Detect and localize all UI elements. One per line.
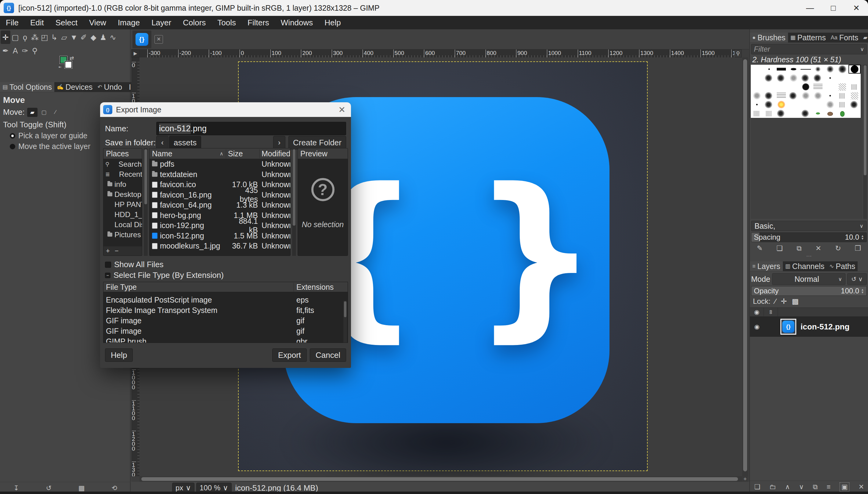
create-folder-button[interactable]: Create Folder (289, 136, 346, 149)
remove-place-button[interactable]: − (115, 247, 119, 255)
file-type-scrollbar[interactable] (343, 301, 347, 343)
dock-tab[interactable]: ▤ Tool Options (0, 82, 54, 92)
brush-thumbnail[interactable] (775, 74, 787, 82)
brush-thumbnail[interactable] (800, 109, 812, 118)
brush-thumbnail[interactable] (787, 65, 800, 74)
file-type-row[interactable]: GIMP brush gbr (103, 336, 348, 343)
menu-item[interactable]: Colors (177, 16, 212, 29)
brush-thumbnail[interactable] (848, 65, 861, 74)
brush-thumbnail[interactable] (787, 74, 800, 82)
file-row[interactable]: icon-192.png 884.1 kB Unknown (150, 221, 290, 231)
brush-thumbnail[interactable] (812, 100, 824, 109)
brush-thumbnail[interactable] (787, 82, 800, 91)
layers-footer-button[interactable]: ▣ (840, 482, 850, 492)
default-colors-icon[interactable]: ▪▫ (59, 65, 61, 69)
file-row[interactable]: favicon_64.png 1.3 kB Unknown (150, 200, 290, 210)
layers-footer-button[interactable]: 🗀 (769, 483, 776, 491)
tool-button[interactable]: ↳ (50, 31, 59, 44)
brush-thumbnail[interactable] (848, 91, 861, 100)
brush-thumbnail[interactable] (812, 91, 824, 100)
dock-tab[interactable]: ✍ Devices (54, 82, 95, 92)
cancel-button[interactable]: Cancel (310, 348, 346, 362)
tool-options-footer-button[interactable]: ↺ (46, 484, 51, 492)
dock-tab[interactable]: ▦ Patterns (788, 33, 828, 42)
spacing-slider[interactable]: Spacing 10.0 ▲▼ (751, 232, 867, 242)
brush-thumbnail[interactable] (751, 100, 763, 109)
layer-visibility-icon[interactable]: ◉ (754, 323, 760, 330)
brush-thumbnail[interactable] (787, 91, 800, 100)
place-item[interactable]: Desktop (103, 189, 142, 200)
vertical-scrollbar[interactable] (742, 57, 748, 476)
dock-tab[interactable]: ● Brushes (750, 33, 788, 42)
tool-button[interactable]: ✒ (1, 44, 11, 57)
brush-tag-select[interactable]: Basic, ∨ (751, 221, 867, 231)
brush-action-button[interactable]: ↻ (835, 244, 841, 252)
file-row[interactable]: icon-512.png 1.5 MB Unknown (150, 231, 290, 241)
menu-item[interactable]: Help (319, 16, 347, 29)
places-header[interactable]: Places (103, 148, 142, 159)
brush-filter-input[interactable]: Filter ∨ (751, 44, 867, 54)
file-type-row[interactable]: Flexible Image Transport System fit,fits (103, 305, 348, 316)
brush-thumbnail[interactable] (775, 91, 787, 100)
tool-button[interactable]: ⚲ (30, 44, 40, 57)
breadcrumb-assets-button[interactable]: assets (169, 136, 201, 149)
place-item[interactable]: HDD_1_Z... (103, 209, 142, 220)
tool-button[interactable]: ▢ (11, 31, 20, 44)
place-item[interactable]: ≣ Recently ... (103, 169, 142, 179)
lock-toggle-icon[interactable]: ∕ (775, 297, 776, 306)
brush-thumbnail[interactable] (800, 100, 812, 109)
brush-thumbnail[interactable] (812, 82, 824, 91)
brush-thumbnail[interactable] (800, 91, 812, 100)
background-color-swatch[interactable] (65, 61, 72, 69)
image-tab[interactable]: {} (133, 31, 151, 48)
menu-item[interactable]: Filters (242, 16, 275, 29)
brush-thumbnail[interactable] (751, 74, 763, 82)
tool-options-footer-button[interactable]: ↧ (14, 484, 19, 492)
spinner-arrows[interactable]: ▲▼ (861, 288, 864, 294)
blend-mode-dropdown[interactable]: Normal ∨ (772, 273, 845, 285)
brush-thumbnail[interactable] (812, 65, 824, 74)
menu-item[interactable]: Windows (275, 16, 319, 29)
brush-thumbnail[interactable] (775, 82, 787, 91)
tool-button[interactable]: ◰ (40, 31, 50, 44)
dialog-close-icon[interactable]: ✕ (338, 105, 346, 115)
brush-thumbnail[interactable] (824, 109, 836, 118)
canvas-navigation-button[interactable]: ✛ (742, 476, 748, 482)
menu-item[interactable]: File (0, 16, 24, 29)
tool-button[interactable]: ϙ (20, 31, 30, 44)
breadcrumb-forward-button[interactable]: › (273, 136, 285, 149)
dock-splitter-handle[interactable]: ··· (750, 254, 868, 258)
brush-thumbnail[interactable] (787, 109, 800, 118)
brush-thumbnail[interactable] (763, 100, 775, 109)
layers-footer-button[interactable]: ❏ (754, 483, 761, 491)
checkbox-icon[interactable] (105, 262, 111, 268)
menu-item[interactable]: Image (112, 16, 145, 29)
file-row[interactable]: moodlekurs_1.jpg 36.7 kB Unknown (150, 241, 290, 251)
add-place-button[interactable]: + (106, 247, 110, 255)
help-button[interactable]: Help (105, 348, 133, 362)
places-scrollbar[interactable] (144, 148, 148, 256)
file-row[interactable]: textdateien Unknown (150, 169, 290, 180)
menu-item[interactable]: Edit (24, 16, 50, 29)
brush-thumbnail[interactable] (836, 100, 848, 109)
brush-thumbnail[interactable] (848, 74, 861, 82)
brush-thumbnail[interactable] (824, 100, 836, 109)
menu-item[interactable]: Layer (145, 16, 177, 29)
layer-row[interactable]: ◉ {} icon-512.png (750, 317, 868, 337)
file-row[interactable]: favicon_16.png 435 bytes Unknown (150, 190, 290, 200)
brush-thumbnail[interactable] (800, 82, 812, 91)
tool-button[interactable]: ▼ (69, 31, 79, 44)
tool-button[interactable]: A (11, 44, 20, 57)
brush-thumbnail[interactable] (836, 74, 848, 82)
brush-thumbnail[interactable] (775, 109, 787, 118)
file-type-row[interactable]: GIF image gif (103, 326, 348, 336)
file-row[interactable]: favicon.ico 17.0 kB Unknown (150, 179, 290, 190)
mode-group-switch[interactable]: ↺∨ (847, 273, 867, 285)
tool-button[interactable]: ⁂ (30, 31, 40, 44)
swap-colors-icon[interactable]: ⇄ (70, 55, 74, 61)
dock-tab[interactable]: ↶ Undo (95, 82, 124, 92)
show-all-files-option[interactable]: Show All Files (105, 260, 163, 269)
brush-thumbnail[interactable] (836, 82, 848, 91)
tool-button[interactable]: ♟ (98, 31, 108, 44)
maximize-button[interactable]: □ (822, 0, 845, 16)
